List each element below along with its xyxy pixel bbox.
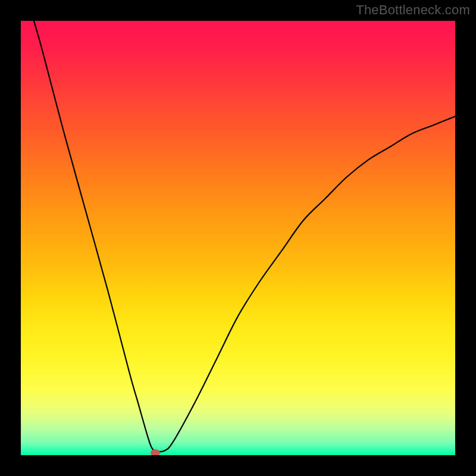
bottleneck-curve [34,21,455,452]
optimal-point-marker [151,449,160,455]
curve-svg [21,21,455,455]
watermark-text: TheBottleneck.com [356,2,470,18]
chart-frame: TheBottleneck.com [0,0,476,476]
plot-area [21,21,455,455]
